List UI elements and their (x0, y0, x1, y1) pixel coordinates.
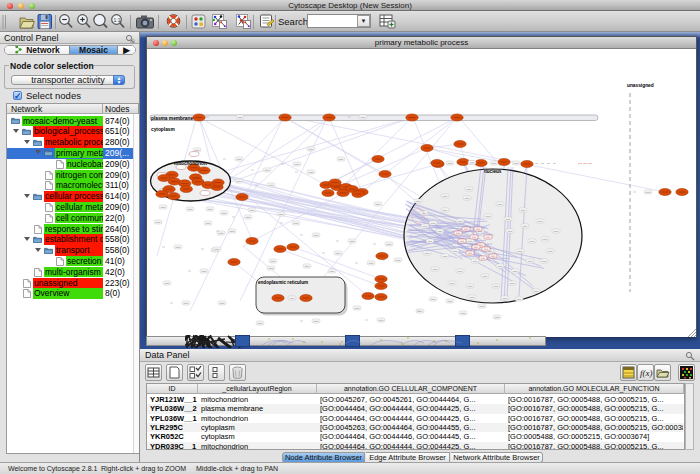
svg-text:endoplasmic reticulum: endoplasmic reticulum (258, 280, 308, 285)
svg-text:unassigned: unassigned (627, 83, 654, 88)
svg-text:f(x): f(x) (640, 368, 653, 378)
svg-text:plasma membrane: plasma membrane (151, 116, 193, 121)
svg-text:cytoplasm: cytoplasm (151, 127, 175, 132)
svg-text:1:1: 1:1 (114, 17, 121, 23)
svg-text:nucleus: nucleus (484, 169, 502, 174)
svg-text:mitochondrion: mitochondrion (174, 161, 207, 166)
